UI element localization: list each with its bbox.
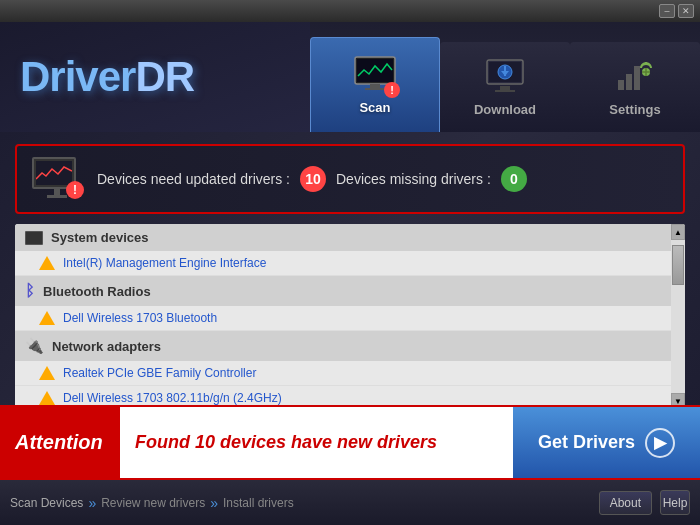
svg-rect-9 — [495, 90, 515, 92]
network-icon: 🔌 — [25, 337, 44, 355]
tab-settings[interactable]: Settings — [570, 42, 700, 132]
alert-text: Devices need updated drivers : 10 Device… — [97, 166, 668, 192]
device-list[interactable]: System devices Intel(R) Management Engin… — [15, 224, 671, 409]
missing-label: Devices missing drivers : — [336, 171, 491, 187]
scrollbar-track — [671, 240, 685, 393]
svg-rect-17 — [26, 232, 42, 244]
alert-banner: ! Devices need updated drivers : 10 Devi… — [15, 144, 685, 214]
header: DriverDR ! Scan — [0, 22, 700, 132]
logo-text: DriverDR — [20, 53, 194, 101]
warning-icon — [39, 366, 55, 380]
scan-tab-label: Scan — [359, 100, 390, 115]
missing-count-badge: 0 — [501, 166, 527, 192]
svg-rect-8 — [500, 86, 510, 90]
scan-alert-badge: ! — [384, 82, 400, 98]
need-update-label: Devices need updated drivers : — [97, 171, 290, 187]
title-bar: – ✕ — [0, 0, 700, 22]
device-label: Dell Wireless 1703 802.11b/g/n (2.4GHz) — [63, 391, 282, 405]
help-button[interactable]: Help — [660, 490, 690, 515]
category-system-devices: System devices — [15, 224, 671, 251]
nav-tabs: ! Scan Download — [310, 22, 700, 132]
category-label-system: System devices — [51, 230, 149, 245]
device-label: Realtek PCIe GBE Family Controller — [63, 366, 256, 380]
alert-monitor-icon: ! — [32, 157, 82, 201]
attention-bar: Attention Found 10 devices have new driv… — [0, 405, 700, 480]
status-bar: Scan Devices » Review new drivers » Inst… — [0, 480, 700, 525]
logo-part2: DR — [135, 53, 194, 100]
bluetooth-icon: ᛒ — [25, 282, 35, 300]
svg-rect-11 — [626, 74, 632, 90]
scan-devices-link[interactable]: Scan Devices — [10, 496, 83, 510]
warning-icon — [39, 256, 55, 270]
arrow-icon-2: » — [210, 495, 218, 511]
category-bluetooth: ᛒ Bluetooth Radios — [15, 276, 671, 306]
category-network: 🔌 Network adapters — [15, 331, 671, 361]
get-drivers-label: Get Drivers — [538, 432, 635, 453]
logo-part1: Driver — [20, 53, 135, 100]
tab-download[interactable]: Download — [440, 42, 570, 132]
arrow-circle-icon: ▶ — [645, 428, 675, 458]
svg-rect-2 — [370, 84, 380, 88]
category-label-network: Network adapters — [52, 339, 161, 354]
warning-icon — [39, 311, 55, 325]
close-button[interactable]: ✕ — [678, 4, 694, 18]
settings-tab-icon — [616, 58, 654, 96]
svg-rect-10 — [618, 80, 624, 90]
download-tab-label: Download — [474, 102, 536, 117]
download-tab-icon — [485, 58, 525, 96]
main-container: DriverDR ! Scan — [0, 22, 700, 525]
device-item[interactable]: Dell Wireless 1703 Bluetooth — [15, 306, 671, 331]
scan-tab-icon: ! — [354, 56, 396, 94]
logo-area: DriverDR — [0, 22, 310, 132]
review-link[interactable]: Review new drivers — [101, 496, 205, 510]
settings-tab-label: Settings — [609, 102, 660, 117]
get-drivers-button[interactable]: Get Drivers ▶ — [513, 407, 700, 478]
minimize-button[interactable]: – — [659, 4, 675, 18]
install-link[interactable]: Install drivers — [223, 496, 294, 510]
device-label: Intel(R) Management Engine Interface — [63, 256, 266, 270]
svg-rect-12 — [634, 66, 640, 90]
attention-message: Found 10 devices have new drivers — [120, 407, 513, 478]
status-right: About Help — [599, 490, 690, 515]
scrollbar-thumb[interactable] — [672, 245, 684, 285]
status-left: Scan Devices » Review new drivers » Inst… — [10, 495, 294, 511]
arrow-icon-1: » — [88, 495, 96, 511]
update-count-badge: 10 — [300, 166, 326, 192]
device-item[interactable]: Realtek PCIe GBE Family Controller — [15, 361, 671, 386]
scrollbar[interactable]: ▲ ▼ — [671, 224, 685, 409]
category-label-bluetooth: Bluetooth Radios — [43, 284, 151, 299]
device-label: Dell Wireless 1703 Bluetooth — [63, 311, 217, 325]
scrollbar-up-button[interactable]: ▲ — [671, 224, 685, 240]
warning-icon — [39, 391, 55, 405]
content-area: ! Devices need updated drivers : 10 Devi… — [0, 132, 700, 421]
svg-rect-3 — [365, 88, 385, 90]
svg-rect-1 — [357, 59, 393, 82]
attention-label: Attention — [0, 407, 120, 478]
tab-scan[interactable]: ! Scan — [310, 37, 440, 132]
device-list-container: System devices Intel(R) Management Engin… — [15, 224, 685, 409]
device-item[interactable]: Intel(R) Management Engine Interface — [15, 251, 671, 276]
about-button[interactable]: About — [599, 491, 652, 515]
alert-badge: ! — [66, 181, 84, 199]
